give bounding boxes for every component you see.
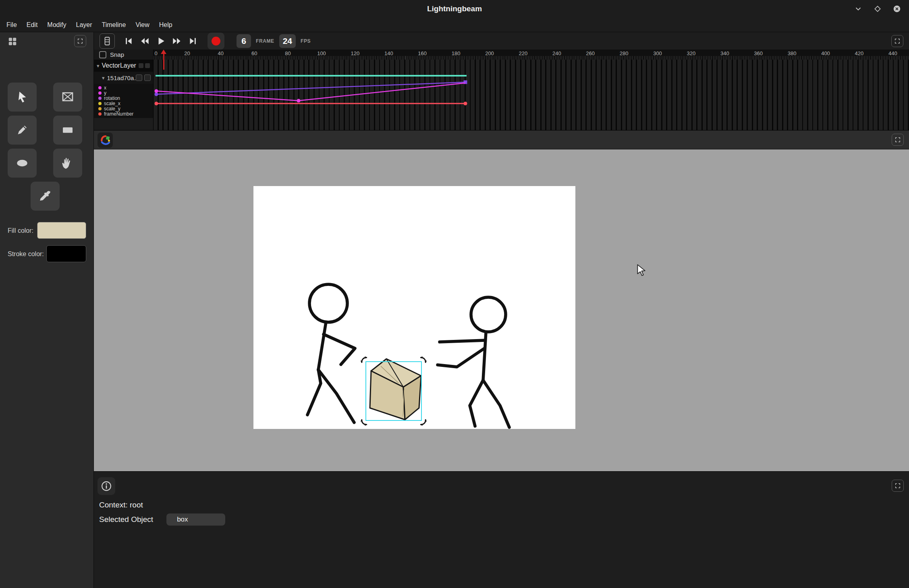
property-name: y (104, 91, 106, 95)
snap-label: Snap (110, 51, 124, 58)
menu-help[interactable]: Help (159, 21, 172, 29)
close-button[interactable] (891, 3, 903, 14)
keyframe-color-dot (98, 112, 102, 116)
selected-object-dropdown[interactable]: box (166, 513, 225, 526)
collapse-triangle-icon[interactable]: ▾ (102, 75, 105, 81)
layer-row-vectorlayer[interactable]: ▾ VectorLayer (94, 60, 153, 72)
chevron-down-icon (854, 4, 863, 13)
menu-timeline[interactable]: Timeline (102, 21, 126, 29)
sublayer-buttons (136, 75, 151, 81)
ruler-tick-380: 380 (788, 50, 797, 56)
stage[interactable] (253, 186, 575, 429)
skip-start-icon (123, 36, 134, 46)
layer-mini-icons (139, 63, 150, 68)
play-button[interactable] (154, 35, 167, 48)
context-label: Context: root (99, 501, 143, 509)
keyframe-color-dot (98, 102, 102, 105)
fast-forward-button[interactable] (170, 35, 183, 48)
eyedropper-icon (38, 189, 52, 203)
sublayer-option-icon[interactable] (136, 75, 142, 81)
ellipse-tool-button[interactable] (8, 149, 37, 178)
rewind-button[interactable] (138, 35, 151, 48)
ruler-tick-200: 200 (485, 50, 494, 56)
timeline-tracks[interactable]: 0204060801001201401601802002202402602803… (154, 50, 909, 130)
ruler-tick-440: 440 (888, 50, 897, 56)
filmstrip-button[interactable] (100, 33, 115, 49)
keyframe-color-dot (98, 107, 102, 110)
skip-end-button[interactable] (187, 35, 199, 48)
fullscreen-icon (894, 38, 901, 44)
property-row-frameNumber[interactable]: frameNumber (94, 111, 153, 116)
eyedropper-tool-button[interactable] (31, 182, 60, 211)
diamond-icon (874, 5, 882, 13)
maximize-button[interactable] (872, 3, 883, 14)
rewind-icon (139, 36, 150, 46)
pencil-icon (15, 123, 29, 137)
menu-edit[interactable]: Edit (27, 21, 38, 29)
transform-tool-button[interactable] (53, 83, 82, 112)
hand-tool-button[interactable] (53, 149, 82, 178)
rectangle-tool-button[interactable] (53, 116, 82, 145)
ruler-tick-280: 280 (620, 50, 629, 56)
ruler-tick-120: 120 (351, 50, 360, 56)
fill-color-swatch[interactable] (37, 222, 86, 239)
stick-figure-right[interactable] (438, 297, 509, 427)
timeline-body: Snap ▾ VectorLayer ▾ 151ad70a… (94, 50, 909, 130)
timeline-expand-button[interactable] (891, 35, 903, 47)
transform-frame-icon (60, 90, 75, 104)
ruler-tick-400: 400 (821, 50, 830, 56)
ruler-tick-360: 360 (754, 50, 763, 56)
menu-view[interactable]: View (135, 21, 149, 29)
menu-layer[interactable]: Layer (76, 21, 92, 29)
app-logo-button[interactable] (98, 133, 113, 148)
stick-figure-left[interactable] (307, 284, 355, 422)
fps-input[interactable]: 24 (279, 34, 296, 48)
tool-panel: Fill color: Stroke color: (0, 32, 94, 588)
ellipse-icon (15, 156, 29, 170)
canvas-header (94, 130, 909, 149)
ruler-tick-240: 240 (552, 50, 561, 56)
timeline-panel: 6 FRAME 24 FPS Snap ▾ VectorLayer (94, 32, 909, 130)
ruler-tick-80: 80 (285, 50, 291, 56)
layer-visibility-icon[interactable] (139, 63, 143, 68)
info-icon (101, 480, 112, 492)
frame-unit-label: FRAME (256, 38, 274, 44)
layer-lock-icon[interactable] (145, 63, 150, 68)
app-window: Lightningbeam FileEditModifyLayerTimelin… (0, 0, 909, 588)
skip-start-button[interactable] (122, 35, 135, 48)
snap-checkbox[interactable] (99, 51, 106, 58)
info-button[interactable] (98, 477, 115, 495)
sublayer-row[interactable]: ▾ 151ad70a… (94, 72, 153, 84)
stage-drawing[interactable] (253, 186, 575, 429)
record-button[interactable] (208, 33, 224, 50)
keyframe-curves[interactable] (154, 60, 909, 130)
select-tool-button[interactable] (8, 83, 37, 112)
menu-modify[interactable]: Modify (47, 21, 66, 29)
tools-expand-button[interactable] (74, 35, 86, 47)
collapse-triangle-icon[interactable]: ▾ (97, 63, 100, 69)
canvas-expand-button[interactable] (892, 134, 904, 146)
frame-number-input[interactable]: 6 (237, 34, 251, 48)
timeline-ruler[interactable]: 0204060801001201401601802002202402602803… (154, 50, 909, 60)
ruler-tick-260: 260 (586, 50, 595, 56)
inspector-expand-button[interactable] (892, 480, 904, 492)
minimize-button[interactable] (853, 3, 864, 14)
stroke-color-swatch[interactable] (46, 245, 86, 262)
property-row-rotation[interactable]: rotation (94, 95, 153, 101)
box-object[interactable] (370, 359, 421, 420)
hand-icon (60, 156, 75, 170)
property-row-x[interactable]: x (94, 85, 153, 90)
menu-file[interactable]: File (6, 21, 17, 29)
panel-grid-button[interactable] (6, 35, 19, 48)
canvas-area[interactable] (94, 149, 909, 471)
sublayer-name: 151ad70a… (107, 75, 140, 81)
property-row-y[interactable]: y (94, 90, 153, 95)
pencil-tool-button[interactable] (8, 116, 37, 145)
transport-row: 6 FRAME 24 FPS (94, 32, 909, 50)
property-row-scale_y[interactable]: scale_y (94, 106, 153, 111)
sublayer-option-icon[interactable] (144, 75, 151, 81)
ruler-tick-420: 420 (855, 50, 864, 56)
frame-number-curve-keyframe-dot (464, 102, 467, 106)
layer-name: VectorLayer (102, 62, 136, 69)
property-row-scale_x[interactable]: scale_x (94, 101, 153, 106)
